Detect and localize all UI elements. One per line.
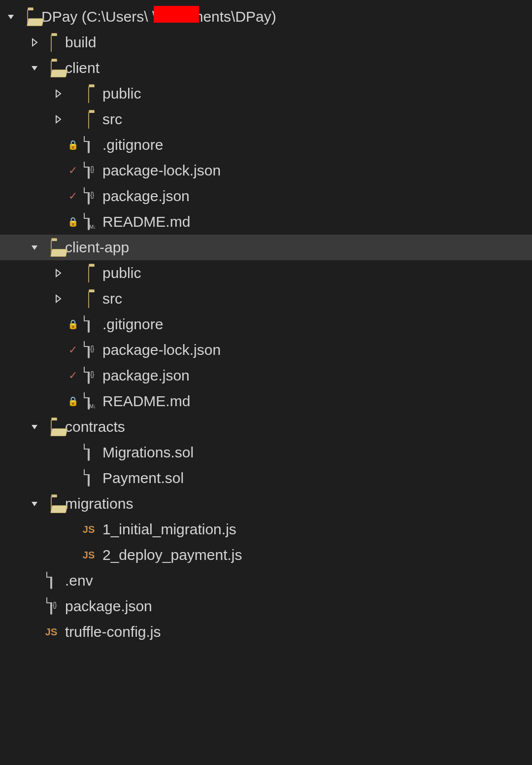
folder-icon: [81, 291, 97, 307]
tree-item-label: truffle-config.js: [65, 624, 161, 640]
file-icon: [81, 316, 97, 332]
tree-row[interactable]: public: [0, 81, 532, 106]
tree-row[interactable]: Payment.sol: [0, 465, 532, 491]
tree-row[interactable]: Migrations.sol: [0, 440, 532, 465]
lock-icon: 🔒: [67, 139, 79, 151]
tree-item-label: .gitignore: [102, 137, 163, 153]
tree-row[interactable]: ✓package-lock.json: [0, 337, 532, 363]
folder-open-icon: [20, 9, 35, 25]
tree-row[interactable]: JStruffle-config.js: [0, 619, 532, 645]
check-icon: ✓: [67, 344, 79, 356]
tree-row[interactable]: client-app: [0, 235, 532, 260]
tree-item-label: .env: [65, 572, 93, 589]
chevron-right-icon[interactable]: [52, 88, 64, 100]
svg-marker-0: [8, 15, 14, 19]
check-icon: ✓: [67, 370, 79, 382]
tree-item-label: 1_initial_migration.js: [102, 521, 236, 538]
tree-row[interactable]: 🔒.gitignore: [0, 312, 532, 337]
tree-item-label: 2_deploy_payment.js: [102, 547, 242, 563]
json-file-icon: [81, 368, 97, 383]
chevron-down-icon[interactable]: [5, 11, 17, 23]
folder-icon: [81, 265, 97, 281]
tree-item-label: public: [102, 85, 141, 102]
svg-marker-4: [56, 116, 61, 123]
tree-row[interactable]: client: [0, 55, 532, 81]
tree-item-label: package-lock.json: [102, 162, 221, 179]
file-icon: [81, 137, 97, 153]
tree-item-label: package-lock.json: [102, 342, 221, 358]
file-icon: [81, 470, 97, 486]
tree-item-label: README.md: [102, 393, 190, 410]
tree-row[interactable]: src: [0, 106, 532, 132]
json-file-icon: [43, 598, 59, 614]
tree-item-label: Payment.sol: [102, 470, 184, 487]
svg-marker-9: [32, 502, 37, 506]
tree-item-label: contracts: [65, 418, 125, 435]
json-file-icon: [81, 188, 97, 204]
redaction-box: [154, 6, 199, 23]
lock-icon: 🔒: [67, 216, 79, 228]
chevron-down-icon[interactable]: [29, 242, 40, 253]
folder-icon: [81, 86, 97, 102]
lock-icon: 🔒: [67, 395, 79, 407]
svg-marker-2: [32, 66, 37, 70]
tree-row[interactable]: JS1_initial_migration.js: [0, 517, 532, 542]
js-file-icon: JS: [81, 547, 97, 563]
folder-open-icon: [43, 240, 59, 255]
tree-row[interactable]: JS2_deploy_payment.js: [0, 542, 532, 568]
check-icon: ✓: [67, 165, 79, 176]
svg-marker-5: [32, 245, 37, 250]
tree-item-label: public: [102, 265, 141, 281]
folder-open-icon: [43, 419, 59, 435]
chevron-right-icon[interactable]: [29, 36, 40, 48]
js-file-icon: JS: [81, 522, 97, 537]
chevron-right-icon[interactable]: [52, 113, 64, 125]
tree-item-label: Migrations.sol: [102, 444, 194, 461]
tree-row[interactable]: contracts: [0, 414, 532, 440]
check-icon: ✓: [67, 190, 79, 202]
tree-item-label: client: [65, 60, 100, 76]
tree-row[interactable]: ✓package.json: [0, 183, 532, 209]
tree-item-label: build: [65, 34, 96, 51]
tree-row[interactable]: build: [0, 30, 532, 55]
tree-row[interactable]: 🔒README.md: [0, 388, 532, 414]
tree-row[interactable]: package.json: [0, 593, 532, 619]
project-tree[interactable]: DPay (C:\Users\ \Documents\DPay)buildcli…: [0, 0, 532, 645]
markdown-file-icon: [81, 214, 97, 230]
tree-row[interactable]: 🔒README.md: [0, 209, 532, 235]
folder-icon: [81, 111, 97, 127]
tree-item-label: package.json: [102, 367, 190, 384]
tree-item-label: client-app: [65, 239, 129, 256]
lock-icon: 🔒: [67, 318, 79, 330]
tree-item-label: README.md: [102, 213, 190, 230]
svg-marker-3: [56, 90, 61, 97]
chevron-right-icon[interactable]: [52, 267, 64, 279]
tree-row[interactable]: .env: [0, 568, 532, 593]
tree-row[interactable]: src: [0, 286, 532, 312]
tree-row[interactable]: migrations: [0, 491, 532, 517]
file-icon: [81, 445, 97, 460]
tree-row[interactable]: public: [0, 260, 532, 286]
tree-row[interactable]: 🔒.gitignore: [0, 132, 532, 158]
folder-open-icon: [43, 496, 59, 512]
file-icon: [43, 573, 59, 589]
chevron-down-icon[interactable]: [29, 498, 40, 510]
folder-open-icon: [43, 60, 59, 76]
tree-row[interactable]: ✓package.json: [0, 363, 532, 388]
svg-marker-8: [32, 425, 37, 429]
json-file-icon: [81, 163, 97, 178]
folder-icon: [43, 35, 59, 50]
tree-row[interactable]: ✓package-lock.json: [0, 158, 532, 183]
tree-item-label: .gitignore: [102, 316, 163, 333]
chevron-down-icon[interactable]: [29, 421, 40, 433]
svg-marker-7: [56, 295, 61, 302]
tree-row[interactable]: DPay (C:\Users\ \Documents\DPay): [0, 4, 532, 30]
tree-item-label: src: [102, 111, 122, 128]
svg-marker-1: [33, 39, 37, 46]
json-file-icon: [81, 342, 97, 358]
chevron-right-icon[interactable]: [52, 293, 64, 305]
tree-item-label: migrations: [65, 495, 133, 512]
tree-item-label: package.json: [102, 188, 190, 205]
js-file-icon: JS: [43, 624, 59, 640]
chevron-down-icon[interactable]: [29, 62, 40, 74]
